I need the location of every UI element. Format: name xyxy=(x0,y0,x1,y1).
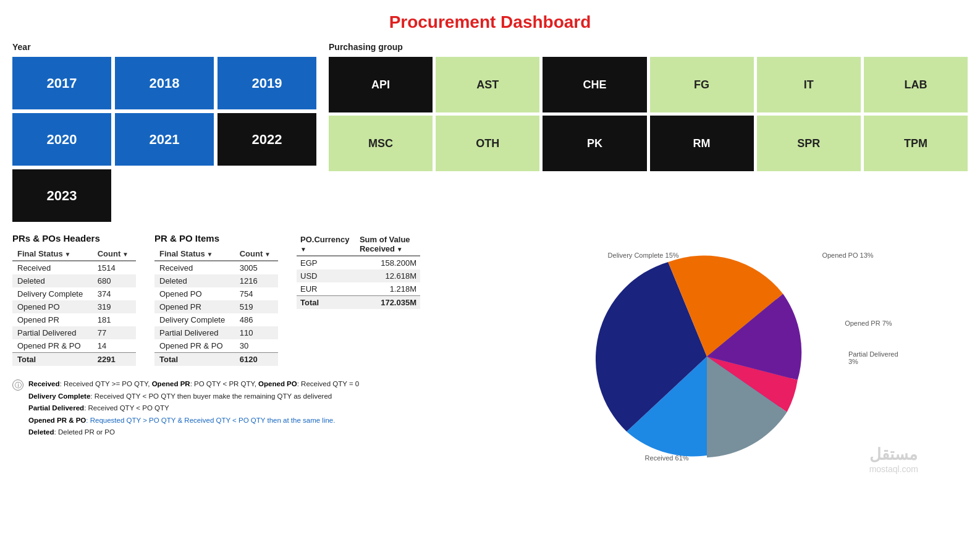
chart-area: Delivery Complete 15% Opened PO 13% Open… xyxy=(483,233,968,480)
year-tile-2020[interactable]: 2020 xyxy=(12,113,111,166)
purchasing-group-grid: APIASTCHEFGITLABMSCOTHPKRMSPRTPM xyxy=(329,57,968,171)
status-cell: Received xyxy=(154,261,235,274)
table-row: Opened PR181 xyxy=(12,313,136,326)
currency-table: PO.Currency Sum of Value Received EGP158… xyxy=(297,233,420,309)
status-cell: Opened PR xyxy=(154,300,235,313)
status-cell: Partial Delivered xyxy=(12,326,93,339)
value-cell: 12.618M xyxy=(356,269,420,282)
year-tile-2022[interactable]: 2022 xyxy=(218,113,316,166)
prs-pos-col2[interactable]: Count xyxy=(93,247,136,261)
info-line-1: Received: Received QTY >= PO QTY, Opened… xyxy=(28,378,359,391)
total-row: Total6120 xyxy=(154,353,278,366)
table-row: Opened PO319 xyxy=(12,300,136,313)
info-section: ⓘ Received: Received QTY >= PO QTY, Open… xyxy=(12,378,433,439)
pg-tile-FG[interactable]: FG xyxy=(650,57,754,112)
currency-col2[interactable]: Sum of Value Received xyxy=(356,233,420,256)
watermark-url: mostaql.com xyxy=(869,464,918,474)
info-line-2: Delivery Complete: Received QTY < PO QTY… xyxy=(28,391,359,403)
pie-chart-svg xyxy=(596,245,818,468)
currency-cell: EGP xyxy=(297,256,356,269)
total-row: Total2291 xyxy=(12,353,136,366)
table-row: Delivery Complete486 xyxy=(154,313,278,326)
year-label: Year xyxy=(12,42,316,52)
value-cell: 158.200M xyxy=(356,256,420,269)
currency-block: PO.Currency Sum of Value Received EGP158… xyxy=(297,233,420,366)
count-cell: 110 xyxy=(235,326,278,339)
count-cell: 181 xyxy=(93,313,136,326)
status-cell: Opened PR & PO xyxy=(154,339,235,353)
count-cell: 14 xyxy=(93,339,136,353)
table-row: Partial Delivered110 xyxy=(154,326,278,339)
pg-tile-IT[interactable]: IT xyxy=(757,57,861,112)
year-grid: 2017201820192020202120222023 xyxy=(12,57,316,222)
currency-total-row: Total172.035M xyxy=(297,296,420,310)
page-title: Procurement Dashboard xyxy=(12,6,968,42)
year-tile-2021[interactable]: 2021 xyxy=(115,113,214,166)
info-text: Received: Received QTY >= PO QTY, Opened… xyxy=(28,378,359,439)
info-line-4: Opened PR & PO: Requested QTY > PO QTY &… xyxy=(28,415,359,427)
table-row: Opened PO754 xyxy=(154,287,278,300)
year-tile-2018[interactable]: 2018 xyxy=(115,57,214,109)
status-cell: Deleted xyxy=(12,274,93,287)
pg-tile-AST[interactable]: AST xyxy=(436,57,539,112)
table-row: Opened PR & PO30 xyxy=(154,339,278,353)
status-cell: Opened PO xyxy=(12,300,93,313)
pg-tile-API[interactable]: API xyxy=(329,57,433,112)
prs-pos-headers-block: PRs & POs Headers Final Status Count Rec… xyxy=(12,233,136,366)
table-row: Deleted680 xyxy=(12,274,136,287)
watermark-arabic: مستقل xyxy=(869,445,918,464)
value-cell: 1.218M xyxy=(356,282,420,296)
info-line-3: Partial Delivered: Received QTY < PO QTY xyxy=(28,402,359,415)
pr-po-items-col2[interactable]: Count xyxy=(235,247,278,261)
year-tile-2023[interactable]: 2023 xyxy=(12,169,111,222)
info-icon: ⓘ xyxy=(12,379,23,391)
prs-pos-col1[interactable]: Final Status xyxy=(12,247,93,261)
status-cell: Opened PR & PO xyxy=(12,339,93,353)
pr-po-items-title: PR & PO Items xyxy=(154,233,278,243)
status-cell: Partial Delivered xyxy=(154,326,235,339)
count-cell: 319 xyxy=(93,300,136,313)
count-cell: 519 xyxy=(235,300,278,313)
pr-po-items-col1[interactable]: Final Status xyxy=(154,247,235,261)
status-cell: Deleted xyxy=(154,274,235,287)
table-row: Partial Delivered77 xyxy=(12,326,136,339)
currency-col1[interactable]: PO.Currency xyxy=(297,233,356,256)
pr-po-items-table: Final Status Count Received3005Deleted12… xyxy=(154,247,278,366)
label-opened-po: Opened PO 13% xyxy=(822,252,873,259)
status-cell: Opened PO xyxy=(154,287,235,300)
year-tile-2017[interactable]: 2017 xyxy=(12,57,111,109)
count-cell: 77 xyxy=(93,326,136,339)
info-row: ⓘ Received: Received QTY >= PO QTY, Open… xyxy=(12,378,433,439)
year-tile-2019[interactable]: 2019 xyxy=(218,57,316,109)
count-cell: 680 xyxy=(93,274,136,287)
pg-tile-MSC[interactable]: MSC xyxy=(329,116,433,171)
pg-tile-OTH[interactable]: OTH xyxy=(436,116,539,171)
currency-cell: USD xyxy=(297,269,356,282)
pg-tile-LAB[interactable]: LAB xyxy=(864,57,968,112)
prs-pos-title: PRs & POs Headers xyxy=(12,233,136,243)
count-cell: 3005 xyxy=(235,261,278,274)
status-cell: Received xyxy=(12,261,93,274)
status-cell: Opened PR xyxy=(12,313,93,326)
pg-tile-SPR[interactable]: SPR xyxy=(757,116,861,171)
count-cell: 486 xyxy=(235,313,278,326)
currency-cell: EUR xyxy=(297,282,356,296)
pie-wrapper: Delivery Complete 15% Opened PO 13% Open… xyxy=(546,233,905,480)
pr-po-items-block: PR & PO Items Final Status Count Receive… xyxy=(154,233,278,366)
table-row: EGP158.200M xyxy=(297,256,420,269)
table-row: EUR1.218M xyxy=(297,282,420,296)
table-row: Deleted1216 xyxy=(154,274,278,287)
count-cell: 374 xyxy=(93,287,136,300)
pg-tile-CHE[interactable]: CHE xyxy=(543,57,646,112)
pg-tile-PK[interactable]: PK xyxy=(543,116,646,171)
table-row: Received3005 xyxy=(154,261,278,274)
pg-tile-RM[interactable]: RM xyxy=(650,116,754,171)
status-cell: Delivery Complete xyxy=(154,313,235,326)
count-cell: 1514 xyxy=(93,261,136,274)
table-row: Received1514 xyxy=(12,261,136,274)
watermark: مستقل mostaql.com xyxy=(869,445,918,474)
count-cell: 754 xyxy=(235,287,278,300)
pg-tile-TPM[interactable]: TPM xyxy=(864,116,968,171)
table-row: Opened PR519 xyxy=(154,300,278,313)
info-line-5: Deleted: Deleted PR or PO xyxy=(28,426,359,439)
